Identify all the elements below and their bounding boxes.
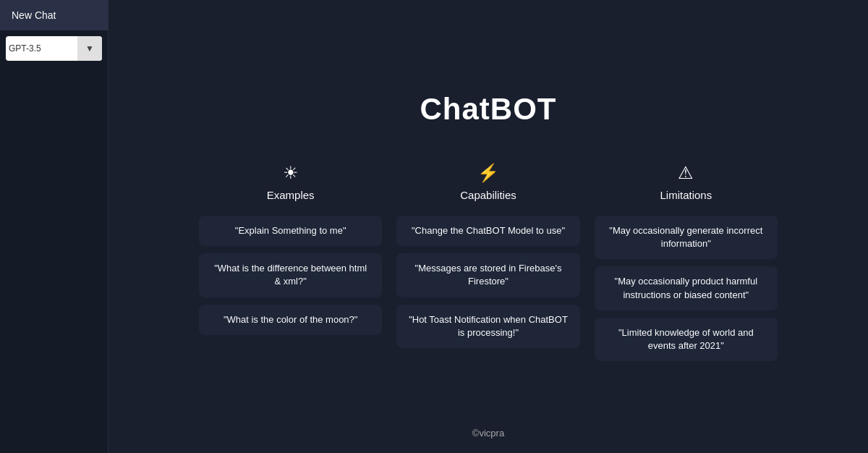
limitation-card-1[interactable]: "May occasionally generate incorrect inf… <box>595 216 778 259</box>
example-card-3[interactable]: "What is the color of the moon?" <box>199 305 382 335</box>
app-title: ChatBOT <box>420 92 557 127</box>
model-select[interactable]: GPT-3.5 GPT-4 <box>6 36 77 61</box>
limitations-header: ⚠ Limitations <box>660 163 712 201</box>
limitations-column: ⚠ Limitations "May occasionally generate… <box>595 163 778 361</box>
warning-icon: ⚠ <box>678 163 694 183</box>
limitation-card-3[interactable]: "Limited knowledge of world and events a… <box>595 318 778 361</box>
example-card-1[interactable]: "Explain Something to me" <box>199 216 382 246</box>
main-content: ChatBOT ☀ Examples "Explain Something to… <box>109 0 868 453</box>
capabilities-title: Capabilities <box>460 189 516 201</box>
capability-card-1[interactable]: "Change the ChatBOT Model to use" <box>396 216 579 246</box>
capability-card-3[interactable]: "Hot Toast Notification when ChatBOT is … <box>396 305 579 348</box>
columns-container: ☀ Examples "Explain Something to me" "Wh… <box>199 163 778 361</box>
lightning-icon: ⚡ <box>477 163 499 183</box>
copyright: ©vicpra <box>472 428 504 439</box>
limitation-card-2[interactable]: "May occasionally product harmful instru… <box>595 266 778 310</box>
capability-card-2[interactable]: "Messages are stored in Firebase's Fires… <box>396 253 579 297</box>
limitations-title: Limitations <box>660 189 712 201</box>
examples-header: ☀ Examples <box>267 163 315 201</box>
example-card-2[interactable]: "What is the difference between html & x… <box>199 253 382 297</box>
chevron-down-icon[interactable]: ▼ <box>77 36 102 61</box>
new-chat-button[interactable]: New Chat <box>0 0 108 30</box>
capabilities-column: ⚡ Capabilities "Change the ChatBOT Model… <box>396 163 579 361</box>
sidebar: New Chat GPT-3.5 GPT-4 ▼ <box>0 0 109 453</box>
capabilities-header: ⚡ Capabilities <box>460 163 516 201</box>
examples-title: Examples <box>267 189 315 201</box>
examples-column: ☀ Examples "Explain Something to me" "Wh… <box>199 163 382 361</box>
sun-icon: ☀ <box>283 163 299 183</box>
model-select-wrapper: GPT-3.5 GPT-4 ▼ <box>6 36 102 61</box>
